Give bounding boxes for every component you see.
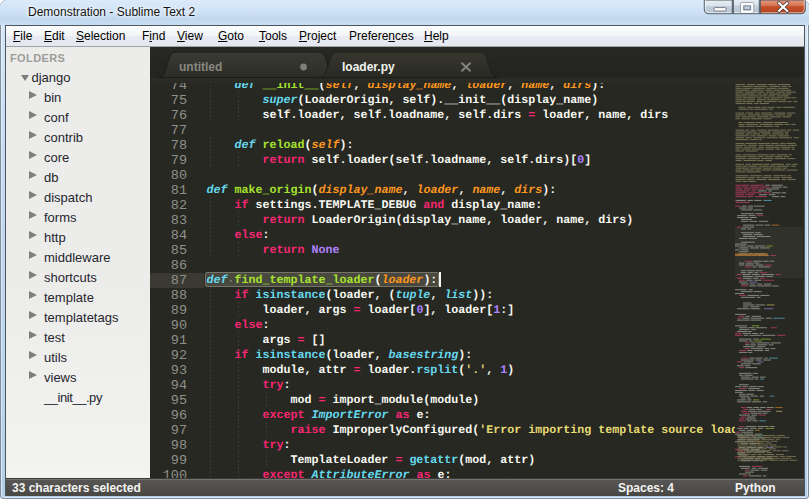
svg-text:untitled: untitled xyxy=(179,60,222,74)
svg-text:loader.py: loader.py xyxy=(342,60,395,74)
